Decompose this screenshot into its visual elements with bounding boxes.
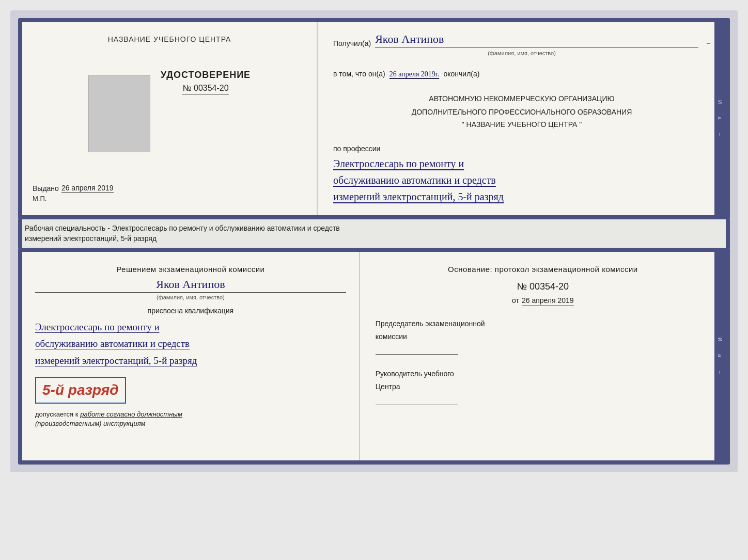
bottom-right-panel: Основание: протокол экзаменационной коми… (360, 252, 726, 460)
po-professii-label: по профессии (333, 145, 710, 153)
qualification-text: Электрослесарь по ремонту и обслуживанию… (35, 319, 346, 369)
prisvoyena-text: присвоена квалификация (35, 307, 346, 315)
photo-cert-area: УДОСТОВЕРЕНИЕ № 00354-20 (33, 70, 306, 157)
rukovoditel-signature-line (376, 395, 458, 405)
resheniem-text: Решением экзаменационной комиссии (35, 265, 346, 274)
cert-title-area: УДОСТОВЕРЕНИЕ № 00354-20 (161, 70, 251, 94)
top-left-content: НАЗВАНИЕ УЧЕБНОГО ЦЕНТРА УДОСТОВЕРЕНИЕ №… (33, 35, 306, 202)
razryad-badge-wrapper: 5-й разряд (35, 374, 346, 406)
razryad-badge-text: 5-й разряд (42, 382, 119, 398)
bottom-edge-text-1: И (717, 338, 723, 341)
razryad-badge: 5-й разряд (35, 377, 126, 404)
recipient-subtitle: (фамилия, имя, отчество) (333, 50, 710, 56)
vtom-date: 26 апреля 2019г. (389, 70, 440, 79)
profession-text: Электрослесарь по ремонту и обслуживанию… (333, 155, 710, 205)
qual-line1: Электрослесарь по ремонту и (35, 319, 346, 335)
bottom-left-panel: Решением экзаменационной комиссии Яков А… (22, 252, 360, 460)
top-document: НАЗВАНИЕ УЧЕБНОГО ЦЕНТРА УДОСТОВЕРЕНИЕ №… (18, 18, 730, 219)
chairman-line2: комиссии (376, 332, 710, 342)
profession-line1: Электрослесарь по ремонту и (333, 155, 710, 172)
dopuskaetsya-section: допускается к работе согласно должностны… (35, 409, 346, 428)
org-name: " НАЗВАНИЕ УЧЕБНОГО ЦЕНТРА " (333, 120, 710, 129)
dopuskaetsya-text3: (производственным) инструкциям (35, 420, 146, 427)
cert-number: № 00354-20 (182, 84, 228, 94)
separator-bar: Рабочая специальность - Электрослесарь п… (18, 219, 730, 248)
cert-udostoverenie-label: УДОСТОВЕРЕНИЕ (161, 70, 251, 81)
separator-text-content: Рабочая специальность - Электрослесарь п… (25, 224, 340, 243)
recipient-section: Получил(а) Яков Антипов – (фамилия, имя,… (333, 33, 710, 61)
chairman-line1: Председатель экзаменационной (376, 319, 710, 329)
bl-name: Яков Антипов (35, 278, 346, 293)
profession-section: по профессии Электрослесарь по ремонту и… (333, 145, 710, 205)
bl-name-section: Яков Антипов (фамилия, имя, отчество) (35, 278, 346, 307)
protocol-number: № 00354-20 (376, 281, 710, 292)
dopuskaetsya-label: допускается к (35, 410, 78, 418)
okonchil-label: окончил(а) (443, 70, 479, 78)
protocol-date-val: 26 апреля 2019 (522, 296, 574, 306)
page-wrapper: НАЗВАНИЕ УЧЕБНОГО ЦЕНТРА УДОСТОВЕРЕНИЕ №… (10, 10, 738, 472)
bottom-document: Решением экзаменационной комиссии Яков А… (18, 248, 730, 465)
recipient-label: Получил(а) (333, 39, 371, 47)
rukovoditel-line1: Руководитель учебного (376, 369, 710, 379)
ot-label: от (512, 296, 519, 305)
dopuskaetsya-text2: работе согласно должностным (80, 410, 182, 418)
right-edge-deco: И а ← (714, 22, 726, 215)
qual-line3: измерений электростанций, 5-й разряд (35, 353, 346, 369)
org-line2: ДОПОЛНИТЕЛЬНОГО ПРОФЕССИОНАЛЬНОГО ОБРАЗО… (333, 107, 710, 118)
top-left-panel: НАЗВАНИЕ УЧЕБНОГО ЦЕНТРА УДОСТОВЕРЕНИЕ №… (22, 22, 318, 215)
edge-text-3: ← (717, 132, 723, 137)
edge-text-2: а (717, 117, 723, 120)
vtom-label: в том, что он(а) (333, 70, 385, 78)
org-info: АВТОНОМНУЮ НЕКОММЕРЧЕСКУЮ ОРГАНИЗАЦИЮ ДО… (333, 93, 710, 136)
profession-line2: обслуживанию автоматики и средств (333, 172, 710, 188)
chairman-signature-line (376, 344, 458, 355)
rukovoditel-section: Руководитель учебного Центра (376, 369, 710, 415)
bl-name-subtitle: (фамилия, имя, отчество) (35, 294, 346, 300)
osnovanie-text: Основание: протокол экзаменационной коми… (376, 265, 710, 274)
cert-mp: М.П. (33, 195, 46, 202)
org-line1: АВТОНОМНУЮ НЕКОММЕРЧЕСКУЮ ОРГАНИЗАЦИЮ (333, 93, 710, 104)
cert-issued-label: Выдано (33, 184, 59, 193)
recipient-name: Яков Антипов (375, 33, 698, 47)
protocol-date-line: от 26 апреля 2019 (376, 296, 710, 306)
vtom-line: в том, что он(а) 26 апреля 2019г. окончи… (333, 70, 710, 79)
chairman-section: Председатель экзаменационной комиссии (376, 319, 710, 365)
rukovoditel-line2: Центра (376, 382, 710, 392)
profession-line3: измерений электростанций, 5-й разряд (333, 188, 710, 205)
recipient-line: Получил(а) Яков Антипов – (333, 33, 710, 47)
bottom-edge-text-3: ← (717, 370, 723, 375)
top-school-name: НАЗВАНИЕ УЧЕБНОГО ЦЕНТРА (108, 35, 231, 43)
cert-issued-date: 26 апреля 2019 (61, 184, 114, 193)
top-right-panel: Получил(а) Яков Антипов – (фамилия, имя,… (318, 22, 726, 215)
qual-line2: обслуживанию автоматики и средств (35, 335, 346, 352)
dash-1: – (707, 39, 710, 47)
edge-text-1: И (717, 100, 723, 104)
cert-photo (88, 75, 150, 152)
bottom-edge-text-2: а (717, 354, 723, 357)
bottom-right-edge-deco: И а ← (714, 252, 726, 460)
